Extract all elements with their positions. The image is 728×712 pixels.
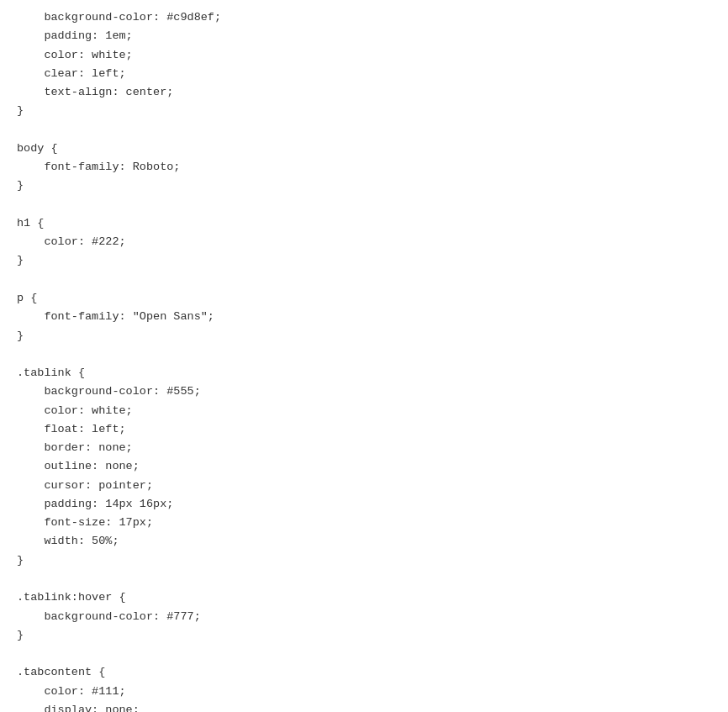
code-line: color: #222; [17,233,711,251]
code-line: } [17,327,711,345]
code-line: .tablink:hover { [17,588,711,607]
code-line: clear: left; [17,65,711,83]
code-line: float: left; [17,420,711,439]
code-line: p { [17,289,711,308]
code-line: .tabcontent { [17,663,711,682]
code-line: background-color: #555; [17,382,711,401]
code-line: } [17,626,711,645]
code-line [17,121,711,140]
code-line: background-color: #777; [17,608,711,626]
code-line: background-color: #c9d8ef; [17,8,711,27]
code-line: text-align: center; [17,83,711,102]
code-display: background-color: #c9d8ef; padding: 1em;… [0,0,728,712]
code-line: font-size: 17px; [17,514,711,532]
code-line: font-family: "Open Sans"; [17,308,711,326]
code-line: } [17,177,711,195]
code-line: outline: none; [17,457,711,476]
code-line: color: white; [17,402,711,420]
code-line: display: none; [17,701,711,712]
code-line: h1 { [17,214,711,233]
code-line: width: 50%; [17,532,711,551]
code-line: color: #111; [17,683,711,701]
code-line: } [17,102,711,120]
code-line: body { [17,140,711,158]
code-line [17,271,711,289]
code-line: padding: 1em; [17,27,711,45]
code-line [17,345,711,364]
code-line: .tablink { [17,364,711,382]
code-line [17,570,711,588]
code-line: padding: 14px 16px; [17,495,711,514]
code-line: color: white; [17,46,711,65]
code-line [17,196,711,214]
code-line: border: none; [17,439,711,457]
code-block: background-color: #c9d8ef; padding: 1em;… [17,8,711,712]
code-line: cursor: pointer; [17,477,711,495]
code-line: } [17,251,711,270]
code-line [17,645,711,663]
code-line: } [17,551,711,570]
code-line: font-family: Roboto; [17,158,711,177]
